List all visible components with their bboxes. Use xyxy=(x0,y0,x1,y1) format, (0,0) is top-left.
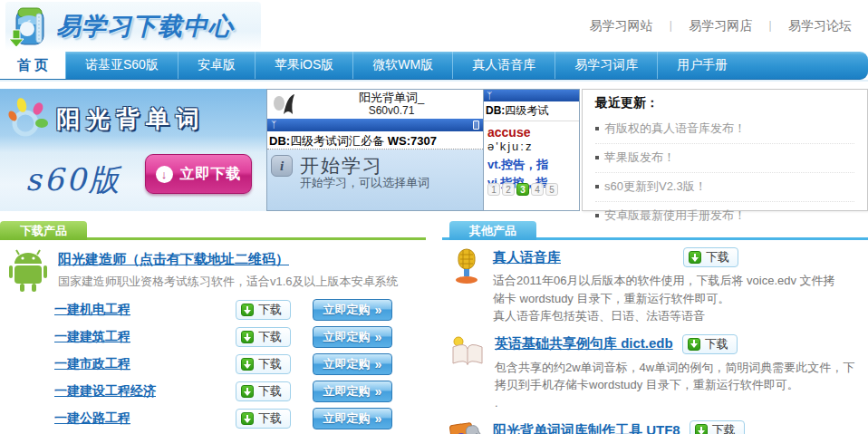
menu-item-title[interactable]: 开始学习 xyxy=(300,155,429,177)
status-bar: ᛉ xyxy=(267,119,483,131)
update-text: s60更新到V2.3版！ xyxy=(604,178,707,195)
update-item[interactable]: 苹果版发布！ xyxy=(595,144,854,173)
link-store[interactable]: 易学习网店 xyxy=(689,18,752,34)
bullet-icon xyxy=(595,127,599,130)
order-button[interactable]: 立即定购 » xyxy=(313,299,392,321)
other-product-link[interactable]: 真人语音库 xyxy=(493,249,674,266)
chevron-right-icon: » xyxy=(375,330,382,344)
menu-text: 开始学习 开始学习，可以选择单词 xyxy=(300,155,429,210)
microphone-icon xyxy=(449,247,484,325)
page-number-active[interactable]: 3 xyxy=(516,183,529,196)
featured-text: 阳光建造师（点击有下载地址二维码） 国家建造师职业资格考试练习软件，适合v1.6… xyxy=(58,249,399,293)
download-button[interactable]: 下载 xyxy=(236,300,291,320)
update-item[interactable]: s60更新到V2.3版！ xyxy=(595,173,854,202)
featured-product-link[interactable]: 阳光建造师（点击有下载地址二维码） xyxy=(58,251,289,268)
product-link[interactable]: 一建公路工程 xyxy=(54,410,236,427)
ws-label: WS:7307 xyxy=(388,134,437,148)
featured-product: 阳光建造师（点击有下载地址二维码） 国家建造师职业资格考试练习软件，适合v1.6… xyxy=(0,240,426,296)
sun-logo-icon xyxy=(5,96,53,143)
nav-home[interactable]: 首 页 xyxy=(0,52,65,79)
link-forum[interactable]: 易学习论坛 xyxy=(788,18,852,34)
other-item: 英语基础共享例句库 dict.edb 下载 包含共享的约2w单词音标，4w单词的… xyxy=(442,327,868,414)
other-product-link[interactable]: 阳光背单词词库制作工具 UTF8 xyxy=(493,422,680,434)
nav-item-wm[interactable]: 微软WM版 xyxy=(352,52,452,79)
download-label: 下载 xyxy=(705,336,728,352)
download-button[interactable]: 下载 xyxy=(690,420,745,434)
download-label: 下载 xyxy=(258,356,282,372)
update-text: 有版权的真人语音库发布！ xyxy=(604,121,746,137)
promo-title: 阳光背单词 xyxy=(56,103,206,135)
product-row: 一建市政工程 下载 立即定购 » xyxy=(0,351,426,378)
order-button[interactable]: 立即定购 » xyxy=(313,381,392,402)
page-number[interactable]: 5 xyxy=(545,183,558,196)
download-button[interactable]: 下载 xyxy=(236,327,291,347)
download-button[interactable]: 下载 xyxy=(236,381,291,401)
nav-item-ios[interactable]: 苹果iOS版 xyxy=(255,52,352,79)
download-label: 下载 xyxy=(258,329,282,345)
other-item-titlerow: 阳光背单词词库制作工具 UTF8 下载 xyxy=(493,420,868,434)
update-item[interactable]: 有版权的真人语音库发布！ xyxy=(595,115,854,144)
nav-item-dict[interactable]: 易学习词库 xyxy=(555,52,657,79)
nav-item-s60[interactable]: 诺基亚S60版 xyxy=(65,52,178,79)
page-number[interactable]: 1 xyxy=(487,183,500,196)
word-meaning-vt: vt.控告，指 xyxy=(484,155,579,173)
link-website[interactable]: 易学习网站 xyxy=(589,18,652,34)
promo-banner[interactable]: 阳光背单词 s60版 ↓ 立即下载 xyxy=(0,89,266,211)
product-link[interactable]: 一建建设工程经济 xyxy=(54,383,236,400)
download-icon xyxy=(241,412,254,425)
downloads-tabrow: 下载产品 xyxy=(0,221,426,240)
db-label: DB: xyxy=(486,104,505,117)
page-number[interactable]: 2 xyxy=(502,183,515,196)
others-column: 其他产品 真人语音库 下载 适合2011年06 xyxy=(442,221,868,434)
page-number[interactable]: 4 xyxy=(531,183,544,196)
menu-item-subtitle: 开始学习，可以选择单词 xyxy=(300,177,429,190)
site-title: 易学习下载中心 xyxy=(56,10,234,43)
order-button[interactable]: 立即定购 » xyxy=(313,353,392,375)
download-button[interactable]: 下载 xyxy=(683,247,738,267)
db-value: 四级考试 xyxy=(505,104,548,117)
nav-item-android[interactable]: 安卓版 xyxy=(178,52,255,79)
bullet-icon xyxy=(595,156,599,159)
top-links: 易学习网站 ｜ 易学习网店 ｜ 易学习论坛 xyxy=(589,18,852,34)
tab-others[interactable]: 其他产品 xyxy=(449,221,536,240)
other-item-desc-line: 适合2011年06月以后版本的软件使用，下载后将 voice.edv 文件拷 xyxy=(493,272,868,290)
db-value: 四级考试词汇必备 xyxy=(290,134,388,148)
db-status-line: DB:四级考试词汇必备 WS:7307 xyxy=(267,131,483,149)
app-titles: 阳光背单词_ S60v0.71 xyxy=(304,92,479,116)
app-menu: i 开始学习 开始学习，可以选择单词 xyxy=(267,149,483,210)
order-label: 立即定购 xyxy=(323,410,371,427)
app-header: 阳光背单词_ S60v0.71 xyxy=(267,90,483,119)
main-content: 下载产品 阳光建造师（点击有下载地址二维码） 国家建造师职业资格考试练习软件，适… xyxy=(0,221,868,434)
product-link[interactable]: 一建市政工程 xyxy=(54,356,236,372)
recent-updates-box: 最近更新： 有版权的真人语音库发布！ 苹果版发布！ s60更新到V2.3版！ 安… xyxy=(582,89,868,211)
product-link[interactable]: 一建机电工程 xyxy=(54,302,236,318)
order-button[interactable]: 立即定购 » xyxy=(313,408,392,429)
schoolbag-logo-icon xyxy=(9,5,49,48)
download-icon xyxy=(689,251,701,264)
download-icon xyxy=(241,385,254,398)
other-product-link[interactable]: 英语基础共享例句库 dict.edb xyxy=(495,335,673,352)
download-button[interactable]: 下载 xyxy=(236,354,291,374)
download-button[interactable]: 下载 xyxy=(236,409,291,429)
promo-download-button[interactable]: ↓ 立即下载 xyxy=(145,154,252,194)
site-logo[interactable]: 易学习下载中心 xyxy=(5,2,261,51)
product-link[interactable]: 一建建筑工程 xyxy=(54,329,236,345)
other-item-body: 英语基础共享例句库 dict.edb 下载 包含共享的约2w单词音标，4w单词的… xyxy=(495,334,868,412)
download-label: 下载 xyxy=(258,302,282,318)
header: 易学习下载中心 易学习网站 ｜ 易学习网店 ｜ 易学习论坛 xyxy=(0,0,868,52)
downloads-column: 下载产品 阳光建造师（点击有下载地址二维码） 国家建造师职业资格考试练习软件，适… xyxy=(0,221,426,434)
download-icon xyxy=(241,358,254,371)
word-phonetic: ə'kju:z xyxy=(484,140,579,155)
other-item-desc-line: 拷贝到手机存储卡wordstudy 目录下，重新运行软件即可。 xyxy=(495,376,868,394)
order-button[interactable]: 立即定购 » xyxy=(313,326,392,348)
chevron-right-icon: » xyxy=(375,411,382,426)
promo-version: s60版 xyxy=(25,159,122,201)
nav-item-manual[interactable]: 用户手册 xyxy=(657,52,747,79)
info-icon: i xyxy=(271,155,293,177)
nav-item-voice[interactable]: 真人语音库 xyxy=(452,52,555,79)
other-item-body: 真人语音库 下载 适合2011年06月以后版本的软件使用，下载后将 voice.… xyxy=(493,247,868,325)
featured-product-desc: 国家建造师职业资格考试练习软件，适合v1.6及以上版本安卓系统 xyxy=(58,274,399,290)
download-label: 下载 xyxy=(258,383,282,400)
tab-downloads[interactable]: 下载产品 xyxy=(0,221,87,240)
download-button[interactable]: 下载 xyxy=(682,334,738,354)
